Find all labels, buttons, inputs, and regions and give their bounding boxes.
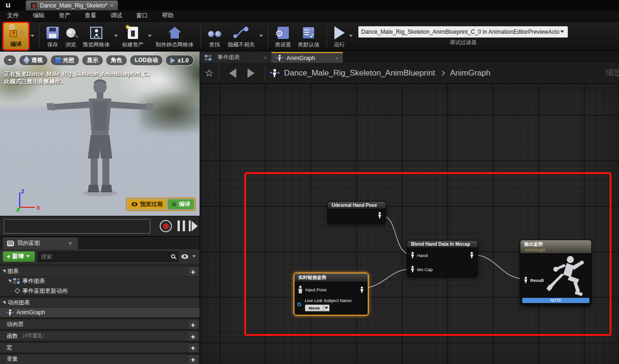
create-asset-button[interactable]: 创建资产	[119, 23, 147, 49]
breadcrumb-current[interactable]: AnimGraph	[450, 68, 490, 78]
axis-x-label: X	[37, 205, 40, 211]
add-anim-layer-button[interactable]	[189, 320, 197, 329]
compile-dropdown-icon[interactable]	[31, 35, 34, 37]
input-pose-pin[interactable]: Input Pose	[298, 286, 326, 294]
hide-unrelated-button[interactable]: 隐藏不相关	[224, 23, 258, 49]
add-macro-button[interactable]	[189, 344, 197, 352]
close-icon[interactable]	[110, 2, 113, 9]
expand-arrow-icon[interactable]	[2, 270, 6, 273]
find-button[interactable]: 查找	[205, 23, 224, 49]
record-button[interactable]	[160, 220, 172, 232]
output-pose-pin[interactable]	[378, 212, 382, 219]
chevron-down-icon	[560, 30, 564, 33]
plus-icon: +	[7, 253, 10, 260]
unreal-logo-icon: u	[0, 0, 21, 10]
blueprint-search-input[interactable]	[41, 253, 171, 260]
play-dropdown-icon[interactable]	[349, 35, 353, 37]
anim-layers-section-header[interactable]: 动画层	[0, 319, 200, 329]
preview-mesh-button[interactable]: 预览网格体	[79, 23, 113, 49]
save-button[interactable]: 保存	[43, 23, 62, 49]
forward-arrow-icon[interactable]	[248, 68, 255, 78]
expand-arrow-icon[interactable]	[2, 301, 6, 304]
node-output-pose[interactable]: 输出姿势 AnimGraph	[520, 240, 592, 305]
preview-mesh-dropdown-icon[interactable]	[114, 35, 118, 37]
event-update-anim-item[interactable]: 事件蓝图更新动画	[0, 286, 200, 296]
variables-section-header[interactable]: 变量	[0, 355, 200, 364]
anim-graphs-section-header[interactable]: 动画图表	[0, 298, 200, 307]
animgraph-canvas[interactable]: Udexreal Hand Pose Blend Hand Data In Mo…	[200, 84, 619, 364]
hand-input-pin[interactable]: Hand	[410, 252, 428, 258]
close-icon[interactable]	[264, 55, 267, 61]
close-icon[interactable]	[335, 55, 338, 61]
compile-button[interactable]: ⚙⚙? 编译	[4, 23, 28, 49]
show-button[interactable]: 显示	[82, 55, 103, 66]
menu-debug[interactable]: 调试	[103, 12, 129, 20]
node-udexreal-hand-pose[interactable]: Udexreal Hand Pose	[327, 201, 386, 224]
character-button[interactable]: 角色	[106, 55, 127, 66]
debug-object-select[interactable]: Dance_Male_Rig_Skeleton_AnimBlueprint_C_…	[358, 26, 568, 38]
menu-window[interactable]: 窗口	[129, 12, 155, 20]
class-defaults-button[interactable]: 类默认值	[294, 23, 323, 49]
main-toolbar: ⚙⚙? 编译 保存 浏览 预览网格体 创建资产 制作静态网格体	[0, 22, 619, 51]
mocap-input-pin[interactable]: Mo Cap	[410, 266, 433, 273]
viewport-compile-button[interactable]: ⚙ 编译	[168, 199, 194, 209]
viewport-options-button[interactable]	[3, 55, 16, 66]
asset-window-tab[interactable]: Dance_Male_Rig_Skeleto*	[26, 0, 118, 10]
add-new-button[interactable]: + 新增	[3, 251, 35, 262]
viewport-message-input[interactable]	[4, 219, 150, 234]
tab-event-graph[interactable]: 事件图表	[200, 52, 271, 63]
event-graph-item[interactable]: 事件图表	[0, 276, 200, 286]
menu-asset[interactable]: 资产	[52, 12, 77, 20]
visibility-eye-icon[interactable]	[181, 254, 188, 259]
event-node-icon	[15, 288, 20, 294]
lit-mode-button[interactable]: 光照	[50, 55, 79, 66]
add-function-button[interactable]	[189, 332, 197, 341]
pose-pin-icon	[470, 252, 474, 258]
perspective-button[interactable]: 透视	[19, 55, 48, 66]
create-asset-dropdown-icon[interactable]	[148, 35, 152, 37]
my-blueprint-tab[interactable]: 我的蓝图	[3, 237, 78, 249]
result-input-pin[interactable]: Result	[524, 277, 544, 283]
breadcrumb-root[interactable]: Dance_Male_Rig_Skeleton_AnimBlueprint	[284, 68, 435, 78]
compile-gears-icon: ⚙⚙?	[8, 24, 24, 40]
subject-name-dropdown[interactable]: None	[305, 304, 330, 311]
back-arrow-icon[interactable]	[229, 68, 236, 78]
menu-help[interactable]: 帮助	[155, 12, 181, 20]
functions-section-header[interactable]: 函数 （4可覆盖）	[0, 331, 200, 341]
class-settings-button[interactable]: 类设置	[272, 23, 295, 49]
menu-bar: 文件 编辑 资产 查看 调试 窗口 帮助	[0, 10, 619, 22]
expand-arrow-icon[interactable]	[8, 280, 11, 283]
blend-output-pin[interactable]	[470, 252, 474, 258]
menu-edit[interactable]: 编辑	[26, 12, 52, 20]
preview-viewport[interactable]: 透视 光照 显示 角色 LOD自动 x1.0 正在预览Dance_Male_Ri…	[0, 51, 200, 216]
play-button[interactable]: 运行	[331, 23, 348, 49]
visibility-dropdown-icon[interactable]	[192, 255, 196, 258]
pose-pin-icon	[410, 266, 415, 273]
playback-speed-button[interactable]: x1.0	[165, 55, 193, 66]
zoom-level-label: 缩放-	[606, 67, 619, 78]
hide-unrelated-dropdown-icon[interactable]	[259, 35, 263, 37]
make-static-mesh-button[interactable]: 制作静态网格体	[153, 23, 197, 49]
node-live-link-pose[interactable]: 实时链接姿势 Input Pose Live Link Subject Name	[294, 273, 369, 316]
favorite-star-icon[interactable]: ☆	[205, 68, 214, 79]
animgraph-item[interactable]: AnimGraph	[0, 308, 200, 317]
graphs-section-header[interactable]: 图表	[0, 266, 200, 276]
macros-section-header[interactable]: 宏	[0, 343, 200, 352]
close-icon[interactable]	[69, 240, 72, 247]
add-graph-button[interactable]	[189, 267, 197, 276]
step-forward-button[interactable]	[189, 220, 198, 231]
tab-animgraph[interactable]: AnimGraph	[271, 52, 343, 63]
menu-file[interactable]: 文件	[0, 12, 26, 20]
menu-view[interactable]: 查看	[77, 12, 103, 20]
lod-button[interactable]: LOD自动	[130, 55, 163, 66]
livelink-output-pin[interactable]	[360, 287, 364, 293]
search-icon	[171, 254, 175, 258]
browse-button[interactable]: 浏览	[62, 23, 79, 49]
unreal-animation-blueprint-editor: u Dance_Male_Rig_Skeleto* 文件 编辑 资产 查看 调试…	[0, 0, 619, 364]
transport-bar	[0, 216, 200, 236]
subject-name-pin[interactable]	[297, 303, 301, 306]
add-variable-button[interactable]	[189, 356, 197, 364]
preview-mesh-mannequin	[44, 75, 156, 197]
pause-button[interactable]	[178, 220, 185, 231]
node-blend-hand-data[interactable]: Blend Hand Data In Mocap Hand Mo Cap	[407, 240, 478, 277]
